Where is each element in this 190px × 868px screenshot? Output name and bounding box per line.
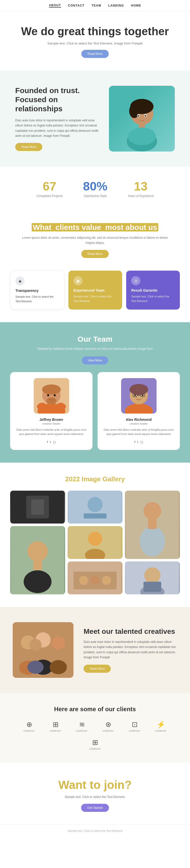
stat-years-label: Years of Expirience — [128, 194, 154, 198]
svg-point-48 — [90, 576, 100, 585]
transparency-body: Sample text. Click to select the Text El… — [16, 294, 59, 304]
gallery-item-2 — [67, 491, 123, 524]
clients-heading: Here are some of our clients — [10, 706, 180, 713]
client-logo-1: ⊕ COMPANY — [19, 720, 39, 732]
svg-point-22 — [130, 384, 148, 395]
svg-point-35 — [144, 502, 161, 520]
jeffrey-role: creative leader — [15, 422, 87, 425]
hero-read-more-button[interactable]: Read More — [81, 50, 108, 58]
feature-cards-section: ◈ Transparency Sample text. Click to sel… — [0, 266, 190, 322]
jeffrey-bio: Glae amet nitsl libero molestie ante ut … — [15, 428, 87, 437]
alex-social: f t ◻ — [103, 440, 175, 444]
team-view-more-button[interactable]: View More — [82, 356, 108, 365]
alex-illustration — [121, 378, 157, 413]
team-card-jeffrey: Jeffrey Brown creative leader Glae amet … — [10, 372, 92, 450]
meet-talented-read-more-button[interactable]: Read More — [84, 665, 111, 673]
client-logo-icon-6: ⚡ — [151, 720, 171, 728]
result-title: Result Garantie — [131, 288, 175, 292]
team-heading: Our Team — [10, 335, 180, 343]
experienced-body: Sample text. Click to select the Text El… — [74, 294, 117, 303]
client-logo-7: ⊞ COMPANY — [85, 738, 105, 750]
heading-part1: What — [32, 223, 54, 231]
svg-rect-33 — [84, 514, 106, 519]
facebook-icon[interactable]: f — [47, 440, 48, 444]
want-join-heading-part1: Want to — [58, 778, 104, 792]
twitter-icon-2[interactable]: t — [137, 440, 138, 444]
nav-about[interactable]: ABOUT — [49, 4, 61, 8]
heading-part2: most about us — [102, 223, 158, 231]
transparency-icon: ◈ — [16, 276, 25, 285]
gallery-item-3 — [125, 491, 180, 559]
get-started-button[interactable]: Get Started — [81, 804, 109, 812]
jeffrey-avatar — [34, 378, 69, 413]
hero-subtext: Sample text. Click to select the Text El… — [20, 41, 170, 45]
nav-landing[interactable]: LANDING — [108, 4, 124, 7]
client-logo-name-2: COMPANY — [45, 730, 65, 732]
result-body: Sample text. Click to select the Text El… — [131, 294, 175, 303]
jeffrey-social: f t ◻ — [15, 440, 87, 444]
svg-point-62 — [27, 661, 44, 674]
gallery-grid — [10, 491, 180, 594]
want-join-section: Want to join? Sample text. Click to sele… — [0, 763, 190, 825]
stat-years-num: 13 — [128, 179, 154, 193]
jeffrey-name: Jeffrey Brown — [15, 417, 87, 422]
svg-point-16 — [46, 397, 56, 404]
svg-point-27 — [142, 395, 143, 396]
team-card-alex: Alex Richmond creative leader Glae amet … — [98, 372, 180, 450]
svg-point-5 — [128, 127, 156, 145]
alex-name: Alex Richmond — [103, 417, 175, 422]
meet-talented-illustration — [13, 622, 74, 678]
svg-point-59 — [52, 636, 65, 649]
clients-value-heading: What clients value most about us — [20, 223, 170, 232]
instagram-icon-2[interactable]: ◻ — [140, 440, 143, 444]
gallery-item-4 — [10, 526, 65, 594]
gallery-year: 2022 — [65, 475, 82, 483]
meet-talented-section: Meet our talented creatives Duis aute ir… — [0, 607, 190, 693]
alex-avatar — [121, 378, 157, 413]
footer-text: Sample text. Click to select the Text El… — [67, 829, 123, 832]
gallery-heading: 2022 Image Gallery — [10, 475, 180, 483]
facebook-icon-2[interactable]: f — [134, 440, 135, 444]
nav-team[interactable]: TEAM — [91, 4, 101, 7]
team-cards-container: Jeffrey Brown creative leader Glae amet … — [10, 372, 180, 450]
svg-point-49 — [102, 576, 111, 585]
instagram-icon[interactable]: ◻ — [53, 440, 56, 444]
client-logo-icon-4: ⊛ — [98, 720, 118, 728]
svg-rect-53 — [144, 582, 161, 592]
meet-talented-body: Duis aute irure dolor in reprehenderit i… — [84, 639, 177, 660]
founded-section: Founded on trust. Focused on relationshi… — [0, 70, 190, 167]
twitter-icon[interactable]: t — [50, 440, 51, 444]
client-logo-icon-5: ⊡ — [125, 720, 145, 728]
clients-value-section: What clients value most about us Lorem i… — [0, 210, 190, 266]
client-logo-5: ⊡ COMPANY — [125, 720, 145, 732]
gallery-section: 2022 Image Gallery — [0, 463, 190, 607]
svg-point-26 — [134, 395, 136, 396]
page-footer: Sample text. Click to select the Text El… — [0, 825, 190, 837]
feature-card-result: ⊙ Result Garantie Sample text. Click to … — [126, 271, 180, 309]
feature-card-experienced: ◉ Experienced Team Sample text. Click to… — [69, 271, 122, 309]
nav-home[interactable]: HOME — [131, 4, 141, 7]
feature-card-transparency: ◈ Transparency Sample text. Click to sel… — [10, 271, 64, 309]
nav-contact[interactable]: CONTACT — [68, 4, 85, 7]
client-logo-icon-3: ≋ — [72, 720, 92, 728]
want-join-heading: Want to join? — [20, 778, 170, 792]
gallery-rest: Gallery — [101, 475, 125, 483]
svg-rect-37 — [148, 519, 157, 529]
person-illustration — [116, 86, 167, 152]
team-subtext: Glaeida for habitant morbi tristique sen… — [10, 346, 180, 351]
stats-section: 67 Completed Projects 80% Satisfaction R… — [0, 167, 190, 210]
main-nav: ABOUT CONTACT TEAM LANDING HOME — [0, 0, 190, 11]
client-logo-3: ≋ COMPANY — [72, 720, 92, 732]
gallery-highlight: Image — [82, 475, 101, 483]
svg-point-8 — [138, 115, 139, 117]
client-logo-name-5: COMPANY — [125, 730, 145, 732]
founded-image — [109, 86, 175, 152]
clients-value-read-more-button[interactable]: Read More — [81, 250, 108, 258]
founded-read-more-button[interactable]: Read More — [15, 143, 42, 151]
svg-point-60 — [50, 660, 67, 674]
clients-value-body: Lorem ipsum dolor sit amet, consectetur … — [20, 235, 170, 246]
svg-point-32 — [87, 497, 103, 512]
alex-bio: Glae amet nitsl libero molestie ante ut … — [103, 428, 175, 437]
svg-point-18 — [54, 394, 56, 396]
gallery-item-7 — [125, 561, 180, 594]
